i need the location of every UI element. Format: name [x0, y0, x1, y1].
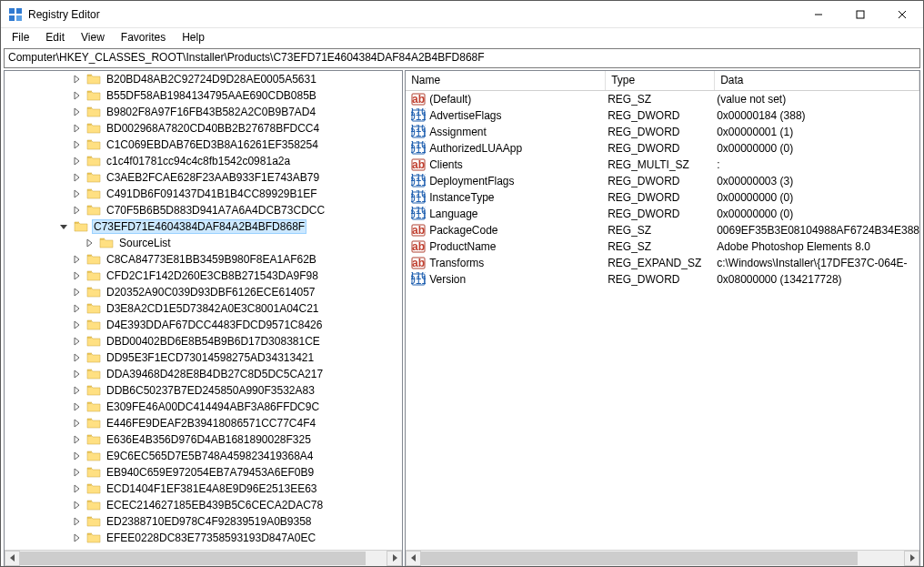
value-row[interactable]: 110011AssignmentREG_DWORD0x00000001 (1)	[406, 124, 919, 140]
values-body[interactable]: ab(Default)REG_SZ(value not set)110011Ad…	[406, 91, 919, 550]
chevron-right-icon[interactable]	[72, 173, 86, 182]
value-data: 0x00000003 (3)	[717, 175, 919, 187]
chevron-right-icon[interactable]	[72, 107, 86, 116]
tree-item[interactable]: DDB6C50237B7ED245850A990F3532A83	[5, 382, 402, 399]
value-row[interactable]: 110011InstanceTypeREG_DWORD0x00000000 (0…	[406, 189, 919, 206]
chevron-right-icon[interactable]	[72, 75, 86, 84]
column-header-type[interactable]: Type	[606, 71, 715, 90]
tree-item[interactable]: E636E4B356D976D4AB1681890028F325	[5, 431, 402, 448]
chevron-down-icon[interactable]	[59, 222, 74, 231]
svg-rect-2	[9, 15, 15, 21]
scroll-track[interactable]	[20, 551, 387, 566]
tree-item[interactable]: EB940C659E972054EB7A79453A6EF0B9	[5, 464, 402, 481]
chevron-right-icon[interactable]	[72, 353, 86, 362]
tree-scrollbar-horizontal[interactable]	[5, 550, 402, 565]
chevron-right-icon[interactable]	[72, 370, 86, 379]
value-row[interactable]: abClientsREG_MULTI_SZ:	[406, 157, 919, 173]
value-row[interactable]: abPackageCodeREG_SZ0069EF35B3E08104988AF…	[406, 222, 919, 238]
value-row[interactable]: abTransformsREG_EXPAND_SZc:\Windows\Inst…	[406, 255, 919, 271]
chevron-right-icon[interactable]	[72, 337, 86, 346]
value-row[interactable]: 110011VersionREG_DWORD0x08000000 (134217…	[406, 271, 919, 288]
tree-body[interactable]: B20BD48AB2C92724D9D28AE0005A5631B55DF58A…	[5, 71, 402, 550]
chevron-right-icon[interactable]	[72, 451, 86, 461]
binary-value-icon: 110011	[411, 125, 426, 139]
value-row[interactable]: ab(Default)REG_SZ(value not set)	[406, 91, 919, 107]
chevron-right-icon[interactable]	[72, 255, 86, 264]
chevron-right-icon[interactable]	[72, 468, 86, 477]
tree-item[interactable]: BD002968A7820CD40BB2B27678BFDCC4	[5, 120, 402, 137]
tree-item[interactable]: C491DB6F091437D41B1B4CC89929B1EF	[5, 186, 402, 202]
minimize-button[interactable]	[798, 1, 839, 28]
chevron-right-icon[interactable]	[72, 386, 86, 395]
menu-view[interactable]: View	[74, 29, 112, 46]
chevron-right-icon[interactable]	[72, 304, 86, 313]
tree-item[interactable]: ED2388710ED978C4F92839519A0B9358	[5, 513, 402, 530]
address-bar[interactable]: Computer\HKEY_CLASSES_ROOT\Installer\Pro…	[4, 48, 920, 68]
tree-item[interactable]: DDA39468D428E8B4DB27C8D5DC5CA217	[5, 366, 402, 382]
scroll-thumb[interactable]	[20, 552, 366, 565]
values-scrollbar-horizontal[interactable]	[406, 550, 919, 565]
menu-favorites[interactable]: Favorites	[114, 29, 173, 46]
value-row[interactable]: abProductNameREG_SZAdobe Photoshop Eleme…	[406, 238, 919, 255]
tree-item[interactable]: D3E8A2CD1E5D73842A0E3C8001A04C21	[5, 300, 402, 317]
scroll-left-button[interactable]	[5, 551, 20, 566]
tree-item[interactable]: EFEE0228DC83E77358593193D847A0EC	[5, 530, 402, 546]
tree-item[interactable]: c1c4f01781cc94c4c8fb1542c0981a2a	[5, 153, 402, 169]
tree-item[interactable]: E446FE9DEAF2B39418086571CC77C4F4	[5, 415, 402, 431]
value-row[interactable]: 110011AuthorizedLUAAppREG_DWORD0x0000000…	[406, 140, 919, 157]
chevron-right-icon[interactable]	[72, 533, 86, 542]
scroll-left-button[interactable]	[406, 551, 421, 566]
value-type: REG_DWORD	[608, 109, 717, 122]
chevron-right-icon[interactable]	[72, 206, 86, 215]
chevron-right-icon[interactable]	[72, 288, 86, 297]
scroll-right-button[interactable]	[387, 551, 402, 566]
value-name: DeploymentFlags	[429, 175, 608, 187]
chevron-right-icon[interactable]	[72, 419, 86, 428]
tree-item[interactable]: DBD00402BD6E8B54B9B6D17D308381CE	[5, 333, 402, 349]
maximize-button[interactable]	[839, 1, 881, 28]
tree-item[interactable]: CFD2C1F142D260E3CB8B271543DA9F98	[5, 268, 402, 284]
menu-file[interactable]: File	[5, 29, 36, 46]
scroll-right-button[interactable]	[904, 551, 919, 566]
value-row[interactable]: 110011LanguageREG_DWORD0x00000000 (0)	[406, 206, 919, 222]
column-header-data[interactable]: Data	[715, 71, 919, 90]
scroll-track[interactable]	[421, 551, 904, 566]
scroll-thumb[interactable]	[421, 552, 858, 565]
chevron-right-icon[interactable]	[72, 320, 86, 329]
tree-item[interactable]: DD95E3F1ECD73014598275AD34313421	[5, 349, 402, 366]
tree-item[interactable]: D4E393DDAF67DCC4483FDCD9571C8426	[5, 317, 402, 333]
chevron-right-icon[interactable]	[72, 189, 86, 198]
chevron-right-icon[interactable]	[72, 91, 86, 100]
chevron-right-icon[interactable]	[72, 124, 86, 133]
tree-item[interactable]: SourceList	[5, 235, 402, 251]
chevron-right-icon[interactable]	[72, 402, 86, 411]
menu-edit[interactable]: Edit	[38, 29, 72, 46]
chevron-right-icon[interactable]	[72, 140, 86, 149]
tree-item[interactable]: E9C6EC565D7E5B748A459823419368A4	[5, 448, 402, 464]
tree-item[interactable]: C73EFD71E4604384DAF84A2B4BFD868F	[5, 218, 402, 235]
tree-item[interactable]: ECD1404F1EF381E4A8E9D96E2513EE63	[5, 481, 402, 497]
tree-item[interactable]: ECEC214627185EB439B5C6CECA2DAC78	[5, 497, 402, 513]
value-row[interactable]: 110011AdvertiseFlagsREG_DWORD0x00000184 …	[406, 107, 919, 124]
svg-marker-26	[75, 370, 79, 378]
value-row[interactable]: 110011DeploymentFlagsREG_DWORD0x00000003…	[406, 173, 919, 189]
tree-item[interactable]: B20BD48AB2C92724D9D28AE0005A5631	[5, 71, 402, 87]
chevron-right-icon[interactable]	[72, 271, 86, 280]
tree-item[interactable]: C8CA84773E81BB3459B980F8EA1AF62B	[5, 251, 402, 268]
tree-item[interactable]: C3AEB2FCAE628F23AAB933F1E743AB79	[5, 169, 402, 186]
column-header-name[interactable]: Name	[406, 71, 606, 90]
tree-item[interactable]: B9802F8A97F16FB43B582A2C0B9B7AD4	[5, 104, 402, 120]
tree-item[interactable]: B55DF58AB1984134795AAE690CDB085B	[5, 87, 402, 104]
tree-item[interactable]: D20352A90C039D93DBF6126ECE614057	[5, 284, 402, 300]
chevron-right-icon[interactable]	[72, 157, 86, 166]
tree-item[interactable]: E309FE46A00DC414494ABF3A86FFDC9C	[5, 399, 402, 415]
close-button[interactable]	[881, 1, 923, 28]
chevron-right-icon[interactable]	[72, 501, 86, 510]
tree-item[interactable]: C1C069EBDAB76ED3B8A16261EF358254	[5, 137, 402, 153]
chevron-right-icon[interactable]	[72, 435, 86, 444]
menu-help[interactable]: Help	[175, 29, 212, 46]
chevron-right-icon[interactable]	[72, 484, 86, 493]
tree-item[interactable]: C70F5B6B5D883D941A7A6A4DCB73CDCC	[5, 202, 402, 218]
chevron-right-icon[interactable]	[85, 238, 99, 248]
chevron-right-icon[interactable]	[72, 517, 86, 526]
